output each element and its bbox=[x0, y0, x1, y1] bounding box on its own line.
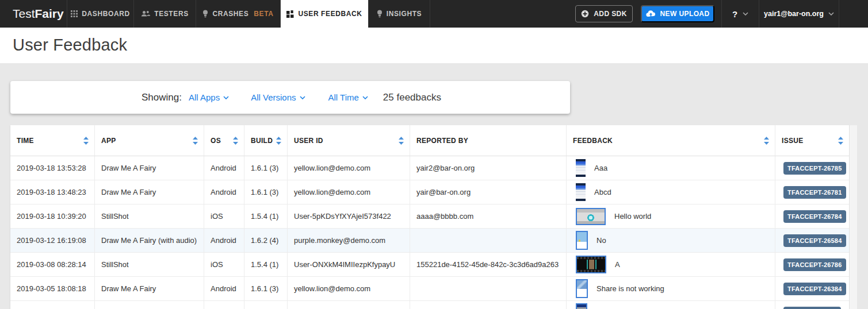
feedback-thumbnail[interactable] bbox=[576, 279, 588, 298]
feedback-text: A bbox=[615, 260, 620, 269]
cell-time: 2019-03-05 18:08:18 bbox=[10, 277, 95, 300]
nav-item-crashes[interactable]: CRASHES BETA bbox=[196, 0, 281, 28]
feedback-thumbnail[interactable] bbox=[576, 231, 588, 250]
cell-issue: TFACCEPT-26584 bbox=[775, 229, 849, 252]
add-sdk-button[interactable]: ADD SDK bbox=[575, 5, 633, 22]
table-scrollbar-track[interactable] bbox=[849, 125, 857, 309]
issue-badge[interactable]: TFACCEPT-26786 bbox=[783, 258, 846, 271]
sort-icon[interactable] bbox=[83, 137, 89, 145]
cell-os: Android bbox=[204, 156, 244, 180]
feedback-thumbnail[interactable] bbox=[576, 303, 587, 309]
app-filter-dropdown[interactable]: All Apps bbox=[189, 92, 229, 102]
nav-item-label: INSIGHTS bbox=[387, 10, 422, 18]
sort-icon[interactable] bbox=[276, 137, 281, 145]
version-filter-dropdown[interactable]: All Versions bbox=[251, 92, 305, 102]
nav-item-label: CRASHES bbox=[212, 10, 248, 18]
cell-app: Draw Me A Fairy bbox=[95, 180, 204, 204]
cell-time bbox=[10, 301, 95, 309]
sort-icon[interactable] bbox=[193, 137, 198, 145]
table-row[interactable]: 2019-03-18 10:39:20 StillShot iOS 1.5.4 … bbox=[10, 204, 849, 229]
feedback-thumbnail[interactable] bbox=[576, 208, 606, 225]
column-label: REPORTED BY bbox=[416, 137, 468, 145]
table-row[interactable]: 2019-03-12 16:19:08 Draw Me A Fairy (wit… bbox=[10, 229, 849, 253]
cell-build: 1.6.1 (3) bbox=[244, 156, 288, 180]
feedback-thumbnail[interactable] bbox=[576, 183, 586, 201]
sort-icon[interactable] bbox=[233, 137, 238, 145]
table-row[interactable]: 2019-03-05 18:08:18 Draw Me A Fairy Andr… bbox=[10, 277, 849, 301]
feedback-thumbnail[interactable] bbox=[576, 256, 606, 273]
column-header-feedback[interactable]: FEEDBACK bbox=[567, 125, 775, 156]
help-menu[interactable]: ? bbox=[721, 0, 759, 28]
column-label: USER ID bbox=[294, 137, 323, 145]
grid-icon bbox=[71, 10, 78, 17]
nav-item-testers[interactable]: TESTERS bbox=[134, 0, 196, 28]
nav-item-insights[interactable]: INSIGHTS bbox=[369, 0, 430, 28]
cell-reported-by bbox=[410, 229, 567, 252]
cell-issue: TFACCEPT-26786 bbox=[775, 253, 849, 276]
app-filter-value: All Apps bbox=[189, 92, 220, 102]
issue-badge[interactable] bbox=[783, 307, 841, 309]
title-bar: User Feedback bbox=[0, 28, 868, 63]
time-filter-value: All Time bbox=[328, 92, 359, 102]
cell-feedback: Abcd bbox=[567, 180, 775, 204]
table-row[interactable]: 2019-03-18 13:48:23 Draw Me A Fairy Andr… bbox=[10, 180, 849, 204]
feedback-table: TIME APP OS BUILD USER ID REPORTED BY FE… bbox=[10, 125, 849, 309]
feedback-count: 25 feedbacks bbox=[383, 92, 441, 103]
table-row[interactable]: 2019-03-18 13:53:28 Draw Me A Fairy Andr… bbox=[10, 156, 849, 180]
cell-feedback: Aaa bbox=[567, 156, 775, 180]
cell-time: 2019-03-18 13:53:28 bbox=[10, 156, 95, 180]
new-upload-button[interactable]: NEW UPLOAD bbox=[641, 5, 714, 22]
feedback-grid-icon bbox=[286, 10, 294, 18]
sort-icon[interactable] bbox=[399, 137, 404, 145]
cell-feedback bbox=[567, 301, 775, 309]
table-header-row: TIME APP OS BUILD USER ID REPORTED BY FE… bbox=[10, 125, 849, 156]
column-header-os[interactable]: OS bbox=[204, 125, 244, 156]
cell-app: Draw Me A Fairy bbox=[95, 277, 204, 300]
cell-issue: TFACCEPT-26784 bbox=[775, 204, 849, 228]
chevron-down-icon bbox=[743, 12, 748, 16]
issue-badge[interactable]: TFACCEPT-26384 bbox=[783, 283, 846, 295]
cell-os: Android bbox=[204, 277, 244, 300]
table-row[interactable] bbox=[10, 301, 849, 309]
column-header-build[interactable]: BUILD bbox=[244, 125, 288, 156]
filter-panel: Showing: All Apps All Versions All Time … bbox=[10, 81, 570, 114]
logo-text-bold: Fairy bbox=[35, 7, 64, 21]
cell-reported-by: aaaa@bbbb.com bbox=[410, 204, 567, 228]
column-header-time[interactable]: TIME bbox=[10, 125, 95, 156]
column-label: BUILD bbox=[251, 137, 273, 145]
table-row[interactable]: 2019-03-08 08:28:14 StillShot iOS 1.5.4 … bbox=[10, 253, 849, 277]
bulb-icon bbox=[202, 10, 208, 18]
issue-badge[interactable]: TFACCEPT-26785 bbox=[783, 162, 846, 175]
cell-build: 1.6.2 (4) bbox=[244, 229, 288, 252]
cell-feedback: Share is not working bbox=[567, 277, 775, 300]
nav-item-user-feedback-active[interactable]: USER FEEDBACK bbox=[281, 0, 369, 28]
cell-app: StillShot bbox=[95, 253, 204, 276]
column-header-app[interactable]: APP bbox=[95, 125, 204, 156]
column-label: OS bbox=[211, 137, 221, 145]
cell-app: Draw Me A Fairy bbox=[95, 156, 204, 180]
cell-user-id: yellow.lion@demo.com bbox=[288, 180, 410, 204]
sort-icon[interactable] bbox=[764, 137, 769, 145]
cell-user-id: User-ONXkM4IMIIezpKfypayU bbox=[288, 253, 410, 276]
cell-build: 1.6.1 (3) bbox=[244, 277, 288, 300]
cloud-upload-icon bbox=[646, 10, 656, 17]
sort-icon[interactable] bbox=[838, 137, 843, 145]
user-account-menu[interactable]: yair1@bar-on.org bbox=[759, 0, 839, 28]
issue-badge[interactable]: TFACCEPT-26781 bbox=[783, 186, 846, 199]
feedback-thumbnail[interactable] bbox=[576, 159, 586, 177]
issue-badge[interactable]: TFACCEPT-26584 bbox=[783, 234, 846, 247]
column-header-issue[interactable]: ISSUE bbox=[775, 125, 849, 156]
cell-os bbox=[204, 301, 244, 309]
time-filter-dropdown[interactable]: All Time bbox=[328, 92, 368, 102]
cell-build: 1.5.4 (1) bbox=[244, 204, 288, 228]
column-header-user-id[interactable]: USER ID bbox=[288, 125, 410, 156]
feedback-text: Hello world bbox=[614, 212, 651, 221]
users-icon bbox=[141, 10, 150, 17]
nav-item-dashboard[interactable]: DASHBOARD bbox=[67, 0, 134, 28]
testfairy-logo[interactable]: TestFairy bbox=[0, 0, 67, 28]
issue-badge[interactable]: TFACCEPT-26784 bbox=[783, 210, 846, 223]
cell-reported-by: yair@bar-on.org bbox=[410, 180, 567, 204]
chevron-down-icon bbox=[828, 12, 834, 16]
feedback-text: Aaa bbox=[594, 164, 607, 172]
cell-time: 2019-03-08 08:28:14 bbox=[10, 253, 95, 276]
